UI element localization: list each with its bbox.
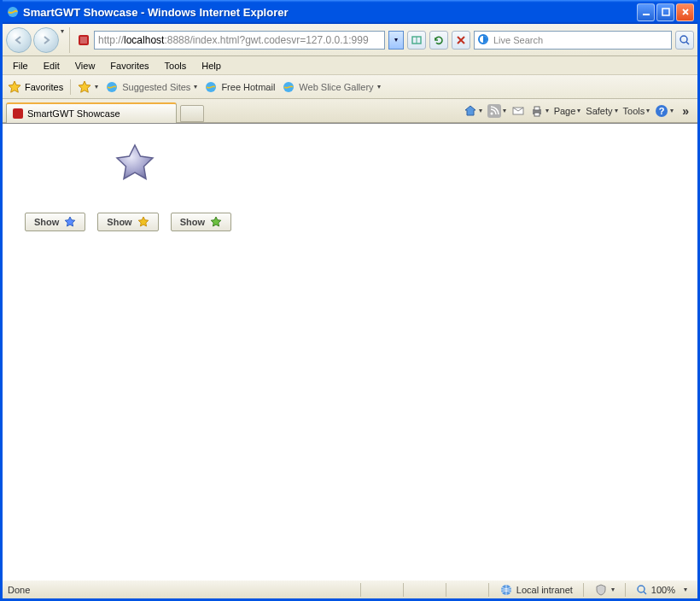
suggested-sites-link[interactable]: Suggested Sites ▾ (105, 80, 197, 94)
svg-rect-0 (643, 14, 650, 15)
stop-button[interactable] (452, 31, 470, 50)
chevron-down-icon: ▾ (646, 107, 650, 114)
svg-rect-16 (534, 113, 540, 116)
status-bar: Done Local intranet ▾ 100% ▾ (3, 580, 697, 598)
address-dropdown[interactable]: ▾ (388, 31, 404, 50)
url-prefix: http:// (98, 34, 124, 46)
menu-tools[interactable]: Tools (158, 59, 194, 73)
zoom-control[interactable]: 100% ▾ (631, 584, 692, 596)
back-button[interactable] (6, 27, 32, 53)
help-icon: ? (655, 104, 668, 118)
safety-menu[interactable]: Safety ▾ (586, 106, 617, 116)
titlebar: SmartGWT Showcase - Windows Internet Exp… (3, 0, 697, 24)
overflow-button[interactable]: » (682, 104, 689, 118)
page-content: Show Show Show (3, 123, 697, 580)
safety-label: Safety (586, 106, 612, 116)
security-zone[interactable]: Local intranet (494, 583, 578, 597)
protected-mode[interactable]: ▾ (589, 583, 620, 597)
zone-label: Local intranet (516, 585, 573, 595)
ie-icon (282, 80, 295, 94)
star-icon (137, 216, 149, 228)
search-button[interactable] (675, 31, 694, 50)
maximize-button[interactable] (656, 3, 674, 21)
tools-label: Tools (623, 106, 645, 116)
help-button[interactable]: ? ▾ (655, 104, 674, 118)
favorites-bar: Favorites ▾ Suggested Sites ▾ Free Hotma… (3, 75, 697, 99)
search-box[interactable]: Live Search (474, 31, 672, 50)
svg-rect-15 (534, 107, 540, 110)
nav-toolbar: ▾ http://localhost:8888/index.html?gwt.c… (3, 24, 697, 56)
svg-point-20 (638, 586, 645, 592)
show-label: Show (34, 217, 59, 227)
add-favorite-button[interactable]: ▾ (78, 80, 98, 94)
menu-help[interactable]: Help (195, 59, 228, 73)
status-cell (360, 583, 398, 597)
show-label: Show (180, 217, 205, 227)
favorites-button[interactable]: Favorites (8, 80, 63, 94)
separator (583, 583, 584, 597)
window-title: SmartGWT Showcase - Windows Internet Exp… (23, 6, 637, 19)
url-rest: :8888/index.html?gwt.codesvr=127.0.0.1:9… (164, 34, 368, 46)
chevron-down-icon: ▾ (479, 107, 482, 114)
chevron-down-icon: ▾ (684, 586, 687, 593)
menu-view[interactable]: View (68, 59, 102, 73)
ie-icon (204, 80, 218, 94)
print-icon (530, 104, 544, 118)
menu-favorites[interactable]: Favorites (103, 59, 155, 73)
address-bar[interactable]: http://localhost:8888/index.html?gwt.cod… (94, 31, 385, 50)
close-button[interactable] (676, 3, 694, 21)
page-label: Page (554, 106, 576, 116)
print-button[interactable]: ▾ (530, 104, 549, 118)
new-tab-button[interactable] (180, 105, 204, 122)
status-cell (403, 583, 440, 597)
menubar: File Edit View Favorites Tools Help (3, 56, 697, 75)
svg-rect-1 (662, 9, 669, 15)
chevron-down-icon: ▾ (377, 83, 381, 90)
star-icon (64, 216, 76, 228)
chevron-down-icon: ▾ (194, 83, 197, 90)
zoom-label: 100% (651, 585, 675, 595)
url-host: localhost (124, 34, 164, 46)
forward-button[interactable] (33, 27, 59, 53)
svg-point-12 (490, 112, 493, 114)
tab-title: SmartGWT Showcase (27, 108, 120, 119)
feeds-button[interactable]: ▾ (487, 104, 506, 118)
chevron-down-icon: ▾ (611, 586, 615, 593)
webslice-label: Web Slice Gallery (299, 82, 373, 92)
big-star-image (114, 143, 156, 185)
svg-rect-3 (80, 37, 87, 44)
show-button-blue[interactable]: Show (25, 213, 85, 231)
star-add-icon (78, 80, 91, 94)
menu-edit[interactable]: Edit (37, 59, 67, 73)
browser-tab[interactable]: SmartGWT Showcase (6, 102, 177, 123)
minimize-button[interactable] (637, 3, 655, 21)
separator (625, 583, 626, 597)
free-hotmail-link[interactable]: Free Hotmail (204, 80, 275, 94)
compat-button[interactable] (407, 31, 426, 50)
refresh-button[interactable] (429, 31, 448, 50)
page-menu[interactable]: Page ▾ (554, 106, 581, 116)
ie-icon (6, 5, 20, 19)
suggested-sites-label: Suggested Sites (122, 82, 190, 92)
star-icon (210, 216, 222, 228)
separator (70, 79, 71, 95)
show-button-green[interactable]: Show (171, 213, 231, 231)
web-slice-link[interactable]: Web Slice Gallery ▾ (282, 80, 380, 94)
mail-button[interactable] (511, 104, 525, 118)
home-icon (464, 104, 477, 118)
nav-history-dropdown-icon[interactable]: ▾ (61, 27, 64, 53)
home-button[interactable]: ▾ (464, 104, 482, 118)
tools-menu[interactable]: Tools ▾ (623, 106, 650, 116)
menu-file[interactable]: File (6, 59, 35, 73)
bing-icon (478, 34, 490, 46)
show-button-yellow[interactable]: Show (97, 213, 158, 231)
page-icon (12, 108, 24, 120)
svg-point-6 (680, 36, 687, 43)
chevron-down-icon: ▾ (503, 107, 506, 114)
status-cell (446, 583, 483, 597)
page-icon (77, 33, 90, 47)
chevron-down-icon: ▾ (615, 107, 618, 114)
hotmail-label: Free Hotmail (221, 82, 275, 92)
rss-icon (487, 104, 501, 118)
tab-bar: SmartGWT Showcase ▾ ▾ ▾ Page ▾ (3, 99, 697, 123)
